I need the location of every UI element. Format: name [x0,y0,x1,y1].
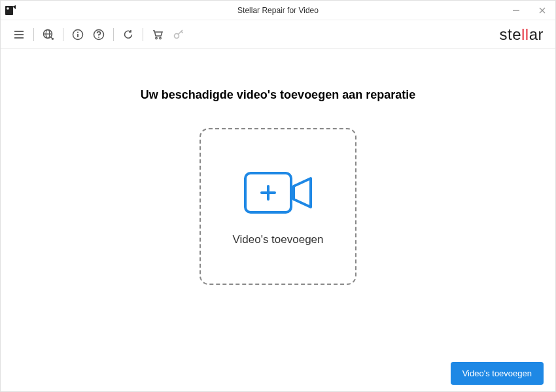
svg-rect-0 [5,6,13,15]
footer: Video's toevoegen [1,353,555,392]
app-icon [1,1,20,20]
svg-line-20 [181,31,183,33]
window-controls [503,1,555,20]
add-video-dropzone[interactable]: Video's toevoegen [200,128,356,285]
close-button[interactable] [529,1,555,20]
toolbar: stellar [1,20,555,49]
add-video-icon [239,167,317,221]
minimize-button[interactable] [503,1,529,20]
key-button[interactable] [168,24,189,45]
svg-point-15 [98,37,99,38]
svg-point-17 [160,37,162,39]
language-button[interactable] [38,24,59,45]
brand-prefix: ste [499,25,521,43]
add-videos-button[interactable]: Video's toevoegen [451,362,544,385]
svg-point-1 [7,7,9,10]
brand-logo: stellar [499,25,544,44]
titlebar: Stellar Repair for Video [1,1,555,20]
info-button[interactable] [67,24,88,45]
window-title: Stellar Repair for Video [237,6,319,15]
svg-point-12 [77,31,78,33]
separator [113,28,114,41]
cart-button[interactable] [147,24,168,45]
toolbar-left [9,24,189,45]
svg-point-16 [156,37,158,39]
dropzone-label: Video's toevoegen [232,233,323,246]
refresh-button[interactable] [118,24,139,45]
brand-suffix: ar [529,25,544,43]
svg-point-18 [175,33,179,38]
help-button[interactable] [88,24,109,45]
page-title: Uw beschadigde video's toevoegen aan rep… [141,88,415,102]
menu-button[interactable] [9,24,29,45]
separator [33,28,34,41]
main-content: Uw beschadigde video's toevoegen aan rep… [1,49,555,353]
separator [143,28,143,41]
separator [63,28,63,41]
brand-accent: ll [521,25,529,43]
